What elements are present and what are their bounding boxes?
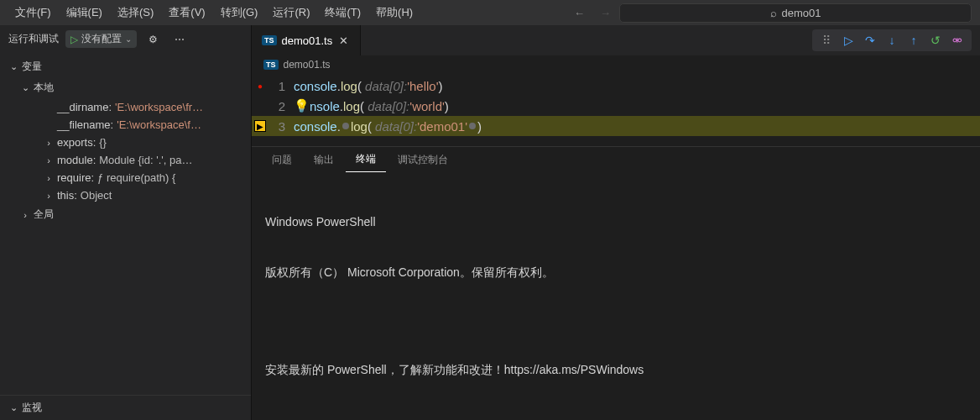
menu-file[interactable]: 文件(F) <box>8 2 58 24</box>
section-local-label: 本地 <box>34 81 54 95</box>
menu-selection[interactable]: 选择(S) <box>111 2 160 24</box>
lightbulb-icon[interactable]: 💡 <box>294 98 310 113</box>
tab-debug-console[interactable]: 调试控制台 <box>388 148 458 172</box>
terminal-line: 安装最新的 PowerShell，了解新功能和改进！https://aka.ms… <box>265 361 967 378</box>
terminal-line: 版权所有（C） Microsoft Corporation。保留所有权利。 <box>265 264 967 281</box>
sidebar-title: 运行和调试 <box>8 32 59 46</box>
menu-view[interactable]: 查看(V) <box>162 2 211 24</box>
chevron-down-icon: ⌄ <box>8 61 18 72</box>
variable-name: exports: <box>57 136 96 149</box>
step-out-button[interactable]: ↑ <box>906 33 921 48</box>
typescript-icon: TS <box>263 60 279 70</box>
menubar: 文件(F) 编辑(E) 选择(S) 查看(V) 转到(G) 运行(R) 终端(T… <box>0 0 980 25</box>
menu-run[interactable]: 运行(R) <box>266 2 316 24</box>
variable-value: {} <box>99 136 107 149</box>
variable-name: require: <box>57 171 94 184</box>
variable-row[interactable]: ›require: ƒ require(path) { <box>40 169 246 186</box>
editor-tabs: TS demo01.ts ✕ ⠿ ▷ ↷ ↓ ↑ ↺ ⚮ <box>252 25 980 55</box>
code-content[interactable]: console. log( data[0]: 'demo01' ) <box>294 119 980 134</box>
terminal-output[interactable]: Windows PowerShell 版权所有（C） Microsoft Cor… <box>252 172 980 420</box>
restart-button[interactable]: ↺ <box>928 33 943 48</box>
line-number: 3 <box>268 119 294 134</box>
section-local[interactable]: ⌄ 本地 <box>17 77 246 98</box>
variable-row[interactable]: __filename: 'E:\workspace\f… <box>40 116 246 134</box>
debug-config-label: 没有配置 <box>81 32 122 46</box>
tab-filename: demo01.ts <box>282 34 333 47</box>
variable-row[interactable]: ›this: Object <box>40 186 246 204</box>
play-icon: ▷ <box>70 34 78 45</box>
nav-back-button[interactable]: ← <box>567 5 592 21</box>
line-number: 2 <box>268 99 294 113</box>
variable-row[interactable]: ›module: Module {id: '.', pa… <box>40 151 246 169</box>
step-into-button[interactable]: ↓ <box>884 33 899 48</box>
breakpoint-icon: ● <box>258 81 263 91</box>
code-line[interactable]: ●1console.log( data[0]: 'hello') <box>252 76 980 96</box>
typescript-icon: TS <box>262 35 277 45</box>
section-global[interactable]: › 全局 <box>17 204 246 225</box>
disconnect-button[interactable]: ⚮ <box>950 33 965 48</box>
panel-tabs: 问题 输出 终端 调试控制台 <box>252 147 980 172</box>
chevron-down-icon: ⌄ <box>125 34 132 44</box>
code-line[interactable]: ▶3console. log( data[0]: 'demo01' ) <box>252 116 980 136</box>
search-icon: ⌕ <box>770 7 777 19</box>
debug-config-selector[interactable]: ▷ 没有配置 ⌄ <box>65 30 137 48</box>
variable-name: __dirname: <box>57 101 112 113</box>
code-line[interactable]: 2💡nsole.log( data[0]: 'world') <box>252 96 980 116</box>
variable-value: Module {id: '.', pa… <box>99 154 192 166</box>
current-line-icon: ▶ <box>254 120 266 132</box>
section-global-label: 全局 <box>34 207 54 222</box>
menu-terminal[interactable]: 终端(T) <box>318 2 368 24</box>
nav-forward-button[interactable]: → <box>593 5 618 21</box>
menu-help[interactable]: 帮助(H) <box>369 2 420 24</box>
variable-value: Object <box>81 189 112 202</box>
code-content[interactable]: console.log( data[0]: 'hello') <box>294 79 980 93</box>
code-content[interactable]: 💡nsole.log( data[0]: 'world') <box>294 98 980 113</box>
variable-value: ƒ require(path) { <box>97 171 175 184</box>
terminal-line: Windows PowerShell <box>265 213 967 230</box>
section-watch[interactable]: ⌄ 监视 <box>0 396 251 420</box>
search-text: demo01 <box>782 7 821 19</box>
variable-row[interactable]: __dirname: 'E:\workspace\fr… <box>40 98 246 116</box>
debug-settings-button[interactable]: ⚙ <box>143 32 163 47</box>
code-editor[interactable]: ●1console.log( data[0]: 'hello')2💡nsole.… <box>252 74 980 146</box>
tab-close-button[interactable]: ✕ <box>337 34 350 47</box>
chevron-right-icon: › <box>44 138 54 148</box>
variable-name: module: <box>57 154 96 166</box>
variable-name: __filename: <box>57 118 113 131</box>
menu-edit[interactable]: 编辑(E) <box>60 2 109 24</box>
chevron-right-icon: › <box>44 173 54 183</box>
inline-hint-dot <box>342 123 349 129</box>
drag-handle-icon[interactable]: ⠿ <box>819 33 834 48</box>
variable-value: 'E:\workspace\fr… <box>115 101 203 113</box>
tab-problems[interactable]: 问题 <box>262 148 302 172</box>
debug-sidebar: 运行和调试 ▷ 没有配置 ⌄ ⚙ ⋯ ⌄ 变量 ⌄ 本地 __dirname: … <box>0 25 252 420</box>
tab-terminal[interactable]: 终端 <box>346 147 386 172</box>
chevron-right-icon: › <box>44 191 54 201</box>
inline-hint-dot <box>469 123 476 129</box>
breakpoint-gutter[interactable]: ● <box>252 81 268 91</box>
section-variables[interactable]: ⌄ 变量 <box>5 56 246 77</box>
section-watch-label: 监视 <box>22 401 42 415</box>
section-variables-label: 变量 <box>22 60 42 74</box>
tab-demo01[interactable]: TS demo01.ts ✕ <box>252 25 361 55</box>
continue-button[interactable]: ▷ <box>841 33 856 48</box>
step-over-button[interactable]: ↷ <box>863 33 878 48</box>
command-center-search[interactable]: ⌕ demo01 <box>619 3 972 23</box>
chevron-right-icon: › <box>44 155 54 165</box>
editor-area: TS demo01.ts ✕ ⠿ ▷ ↷ ↓ ↑ ↺ ⚮ TS demo01.t… <box>252 25 980 420</box>
variable-value: 'E:\workspace\f… <box>117 118 201 131</box>
chevron-down-icon: ⌄ <box>8 402 18 413</box>
more-actions-button[interactable]: ⋯ <box>169 32 190 47</box>
tab-output[interactable]: 输出 <box>304 148 344 172</box>
line-number: 1 <box>268 79 294 93</box>
breadcrumb-file: demo01.ts <box>284 59 331 71</box>
variable-row[interactable]: ›exports: {} <box>40 134 246 151</box>
breakpoint-gutter[interactable]: ▶ <box>252 120 268 132</box>
bottom-panel: 问题 输出 终端 调试控制台 Windows PowerShell 版权所有（C… <box>252 146 980 420</box>
menu-go[interactable]: 转到(G) <box>214 2 265 24</box>
chevron-down-icon: ⌄ <box>20 82 30 93</box>
chevron-right-icon: › <box>20 210 30 220</box>
breadcrumb[interactable]: TS demo01.ts <box>252 55 980 74</box>
variable-name: this: <box>57 189 77 202</box>
debug-toolbar[interactable]: ⠿ ▷ ↷ ↓ ↑ ↺ ⚮ <box>812 29 972 51</box>
